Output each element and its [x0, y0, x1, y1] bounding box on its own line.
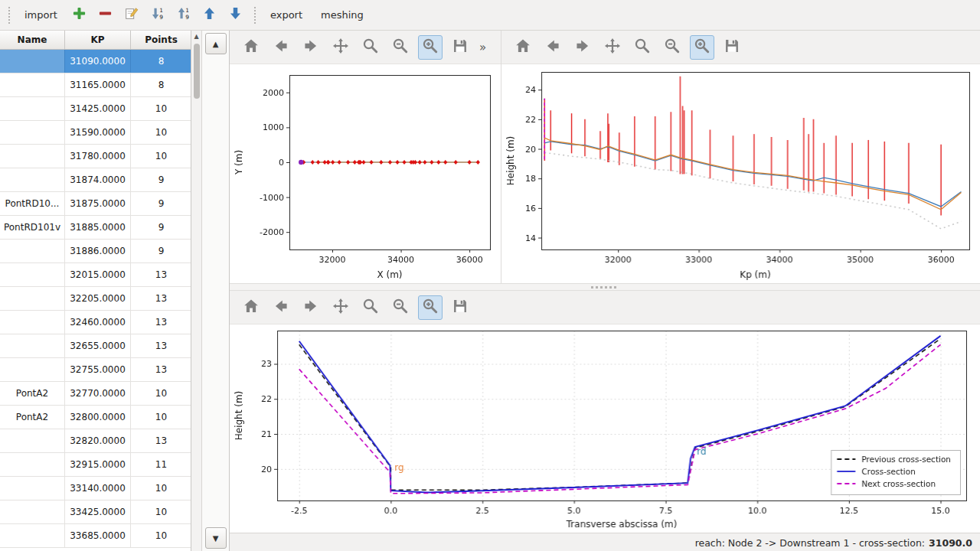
table-row[interactable]: 33425.000010 [0, 500, 191, 524]
table-row[interactable]: 33140.000010 [0, 477, 191, 500]
nav-home-button[interactable] [511, 35, 535, 60]
scroll-up-button[interactable]: ▲ [205, 33, 227, 54]
nav-pan-button[interactable] [328, 35, 353, 60]
nav-zoom-mark-button[interactable] [388, 295, 413, 320]
nav-zoom-rect-button[interactable] [690, 35, 714, 60]
table-cell: 33425.0000 [65, 500, 131, 523]
home-icon [514, 37, 531, 57]
table-cell: 32755.0000 [65, 358, 131, 381]
table-cell: 13 [131, 334, 191, 357]
sort-desc-icon: 19 [150, 6, 165, 24]
table-row[interactable]: 32460.000013 [0, 311, 191, 334]
table-cell [0, 121, 65, 144]
horizontal-splitter[interactable] [230, 283, 980, 291]
nav-pan-button[interactable] [328, 295, 353, 320]
table-row[interactable]: PontA232800.000010 [0, 406, 191, 429]
nav-home-button[interactable] [239, 35, 263, 60]
table-row[interactable]: 31090.00008 [0, 50, 191, 73]
nav-zoom-mark-button[interactable] [660, 35, 684, 60]
sort-descending-button[interactable]: 19 [146, 4, 169, 27]
table-cell: 31780.0000 [65, 145, 131, 168]
nav-home-button[interactable] [239, 295, 263, 320]
table-row[interactable]: 32655.000013 [0, 334, 191, 358]
nav-zoom-mark-button[interactable] [388, 35, 413, 60]
zoom-rect-icon [694, 37, 710, 57]
table-cell: 13 [131, 311, 191, 334]
triangle-down-icon: ▼ [213, 534, 219, 543]
nav-zoom-rect-button[interactable] [418, 35, 443, 60]
table-row[interactable]: 31425.000010 [0, 97, 191, 121]
toolbar-overflow-button[interactable]: » [479, 41, 486, 54]
table-cell: 31165.0000 [65, 73, 131, 96]
table-row[interactable]: 31886.00009 [0, 240, 191, 263]
nav-save-button[interactable] [448, 295, 472, 320]
move-up-button[interactable] [198, 4, 221, 27]
table-row[interactable]: 32915.000011 [0, 453, 191, 477]
sort-ascending-button[interactable]: 19 [172, 4, 195, 27]
remove-icon [98, 6, 113, 24]
add-icon [72, 6, 87, 24]
import-button[interactable]: import [17, 5, 65, 24]
nav-zoom-rect-button[interactable] [418, 295, 443, 320]
column-header-points[interactable]: Points [131, 31, 191, 49]
save-icon [452, 298, 469, 318]
nav-back-button[interactable] [269, 35, 293, 60]
table-cell: 32460.0000 [65, 311, 131, 334]
move-down-button[interactable] [224, 4, 247, 27]
remove-button[interactable] [94, 4, 117, 27]
column-header-kp[interactable]: KP [65, 31, 131, 49]
nav-save-button[interactable] [448, 35, 472, 60]
nav-zoom-button[interactable] [358, 295, 383, 320]
table-cell: 10 [131, 121, 191, 144]
nav-forward-button[interactable] [299, 35, 323, 60]
add-button[interactable] [68, 4, 91, 27]
scroll-down-button[interactable]: ▼ [205, 527, 227, 549]
zoom-mark-icon [392, 37, 409, 57]
table-cell: 13 [131, 429, 191, 452]
table-row[interactable]: 32820.000013 [0, 429, 191, 453]
top-plots-row: » [230, 31, 980, 283]
table-cell [0, 477, 65, 500]
table-row[interactable]: 31590.000010 [0, 121, 191, 145]
table-cell [0, 287, 65, 310]
export-button[interactable]: export [263, 5, 310, 24]
scroll-up-arrow-icon[interactable]: ▲ [194, 32, 198, 41]
nav-forward-button[interactable] [570, 35, 595, 60]
edit-button[interactable] [120, 4, 143, 27]
nav-pan-button[interactable] [600, 35, 625, 60]
table-cell [0, 145, 65, 168]
table-row[interactable]: 31874.00009 [0, 168, 191, 192]
table-cell: 10 [131, 500, 191, 523]
table-cell: 31425.0000 [65, 97, 131, 120]
table-row[interactable]: 31780.000010 [0, 145, 191, 168]
table-row[interactable]: 32755.000013 [0, 358, 191, 382]
table-row[interactable]: PontRD10...31875.00009 [0, 192, 191, 216]
table-cell: PontRD10... [0, 192, 65, 215]
meshing-button[interactable]: meshing [313, 5, 371, 24]
plan-view-chart[interactable] [230, 64, 501, 283]
nav-back-button[interactable] [269, 295, 293, 320]
zoom-icon [634, 37, 651, 57]
table-row[interactable]: PontA232770.000010 [0, 382, 191, 406]
nav-zoom-button[interactable] [630, 35, 655, 60]
longitudinal-profile-chart[interactable] [501, 64, 980, 283]
table-row[interactable]: 32015.000013 [0, 263, 191, 287]
table-row[interactable]: 32205.000013 [0, 287, 191, 311]
nav-zoom-button[interactable] [358, 35, 383, 60]
table-cell [0, 358, 65, 381]
table-row[interactable]: PontRD101v31885.00009 [0, 216, 191, 240]
scrollbar-thumb[interactable] [194, 44, 200, 99]
table-row[interactable]: 33685.000010 [0, 524, 191, 548]
table-cell [0, 311, 65, 334]
move-down-icon [228, 6, 243, 24]
nav-forward-button[interactable] [299, 295, 323, 320]
cross-section-chart[interactable] [230, 324, 980, 533]
table-cell: 32800.0000 [65, 406, 131, 429]
nav-back-button[interactable] [541, 35, 565, 60]
table-row[interactable]: 31165.00008 [0, 73, 191, 97]
column-header-name[interactable]: Name [0, 31, 65, 49]
main-area: NameKPPoints 31090.0000831165.0000831425… [0, 31, 980, 551]
table-scrollbar[interactable]: ▲ [191, 31, 202, 551]
nav-save-button[interactable] [720, 35, 744, 60]
plots-panel: » reach: Node 2 -> Downstream 1 - cross-… [230, 31, 980, 551]
